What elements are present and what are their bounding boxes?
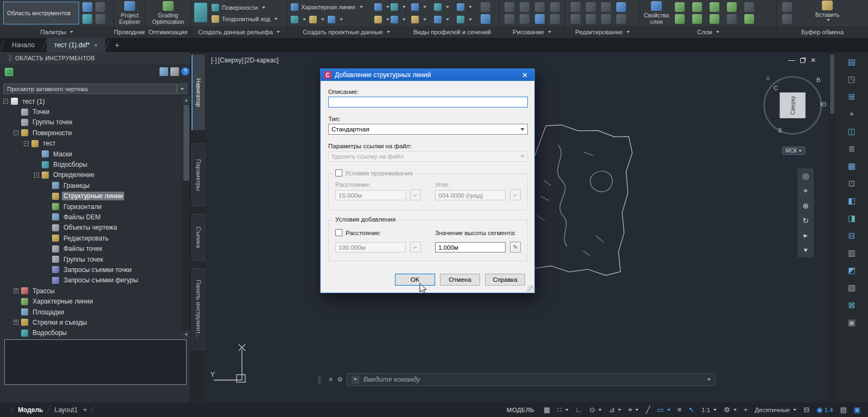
weeding-checkbox[interactable] xyxy=(335,169,342,176)
tree-item-edits[interactable]: Редактировать xyxy=(0,233,182,243)
hardware-accel-toggle[interactable]: ▤ xyxy=(840,406,846,414)
layer-match-icon[interactable] xyxy=(675,14,685,24)
graphics-performance[interactable]: ◉1.4 xyxy=(816,406,833,414)
close-icon[interactable]: ✕ xyxy=(810,56,816,64)
viewcube-home-icon[interactable]: ⌂ xyxy=(766,74,770,81)
tree-item-drawing-objects[interactable]: Объекты чертежа xyxy=(0,223,182,233)
paste-button[interactable]: Вставить xyxy=(808,1,846,21)
model-tab[interactable]: Модель xyxy=(18,406,43,414)
mass-haul-button[interactable] xyxy=(411,15,426,24)
tree-item-point-files[interactable]: Файлы точек xyxy=(0,243,182,254)
right-toolbar-icon-8[interactable]: ⊡ xyxy=(848,179,856,187)
showmotion-icon[interactable]: ▸ xyxy=(803,231,807,239)
panel-label-design-data[interactable]: Создать проектные данные xyxy=(288,26,405,38)
panel-label-draw[interactable]: Рисование xyxy=(499,26,565,38)
help-button[interactable]: Справка xyxy=(485,274,525,286)
intersection-dropdown[interactable] xyxy=(391,15,406,24)
scrollbar-thumb[interactable] xyxy=(183,105,189,181)
panel-label-palettes[interactable]: Палитры xyxy=(0,26,113,38)
expand-toggle-icon[interactable]: − xyxy=(34,173,39,178)
snap-toggle[interactable]: ∷ xyxy=(557,406,568,414)
right-toolbar-icon-3[interactable]: ⊞ xyxy=(848,92,856,100)
hatch-tool-icon[interactable] xyxy=(520,14,529,24)
polyline-tool-icon[interactable] xyxy=(520,2,529,12)
tab-survey[interactable]: Съемка xyxy=(192,214,205,261)
pan-icon[interactable]: ⌖ xyxy=(803,186,808,195)
dialog-title-bar[interactable]: C Добавление структурных линий ✕ xyxy=(321,69,534,81)
right-toolbar-icon-1[interactable]: ▤ xyxy=(848,58,856,66)
erase-tool-icon[interactable] xyxy=(616,14,626,24)
layer-isolate-icon[interactable] xyxy=(692,2,702,12)
toolspace-header[interactable]: ОБЛАСТЬ ИНСТРУМЕНТОВ xyxy=(0,52,190,64)
right-toolbar-icon-2[interactable]: ◳ xyxy=(848,75,856,83)
corridor-dropdown[interactable] xyxy=(328,15,343,24)
fillet-tool-icon[interactable] xyxy=(586,14,596,24)
transparency-toggle[interactable]: ≡ xyxy=(678,406,682,414)
right-toolbar-icon-4[interactable]: ⌖ xyxy=(850,110,854,118)
tree-item-figure-survey-queries[interactable]: Запросы съемки фигуры xyxy=(0,275,182,286)
assembly-dropdown[interactable] xyxy=(374,15,390,24)
panorama-palette-icon[interactable] xyxy=(95,2,105,12)
caret-icon[interactable] xyxy=(707,378,711,381)
line-tool-icon[interactable] xyxy=(505,2,514,12)
description-input[interactable] xyxy=(328,97,528,108)
tree-item-breaklines[interactable]: Структурные линии xyxy=(0,191,182,201)
expand-toggle-icon[interactable]: − xyxy=(24,141,29,146)
right-toolbar-icon-10[interactable]: ◨ xyxy=(848,214,856,222)
layer-prev-icon[interactable] xyxy=(692,14,702,24)
tree-item-point-groups-def[interactable]: Группы точек xyxy=(0,254,182,264)
annotation-scale-control[interactable]: 1:1 xyxy=(701,407,717,413)
circle-tool-icon[interactable] xyxy=(535,2,545,12)
zoom-icon[interactable]: ⊕ xyxy=(802,201,809,210)
tree-item-masks[interactable]: Маски xyxy=(0,149,182,159)
right-toolbar-icon-13[interactable]: ◩ xyxy=(848,266,856,274)
right-toolbar-icon-12[interactable]: ▥ xyxy=(848,249,856,257)
tree-item-point-groups[interactable]: Группы точек xyxy=(0,117,182,128)
right-toolbar-icon-9[interactable]: ◧ xyxy=(848,197,856,205)
distance-checkbox[interactable] xyxy=(335,229,342,236)
panel-label-layers[interactable]: Слои xyxy=(640,26,776,38)
orbit-icon[interactable]: ↻ xyxy=(802,216,809,225)
tree-item-alignments[interactable]: +Трассы xyxy=(0,286,182,296)
tree-item-surface-test[interactable]: −тест xyxy=(0,138,182,149)
feature-line-dropdown[interactable]: Характерная линия xyxy=(291,2,363,12)
workspace-switcher[interactable]: ⚙ xyxy=(724,406,737,414)
restore-icon[interactable] xyxy=(800,58,805,63)
command-customize-icon[interactable]: ⚙ xyxy=(337,376,343,383)
cut-clip-icon[interactable] xyxy=(782,14,792,24)
layer-properties-button[interactable]: Свойства слоя xyxy=(641,1,672,25)
view-tools-2-icon[interactable] xyxy=(481,14,490,24)
segment-height-input[interactable]: 1.000м xyxy=(435,242,506,252)
command-close-icon[interactable]: ✕ xyxy=(328,376,333,383)
layer-delete-icon[interactable] xyxy=(744,14,754,24)
layer-merge-icon[interactable] xyxy=(727,14,737,24)
scroll-up-icon[interactable]: ▲ xyxy=(182,96,190,104)
right-toolbar-icon-11[interactable]: ⊟ xyxy=(848,231,856,239)
copy-tool-icon[interactable] xyxy=(586,2,596,12)
otrack-toggle[interactable]: ⌖ xyxy=(628,406,639,414)
tree-item-intersections[interactable]: +Стрелки и съезды xyxy=(0,317,182,327)
right-toolbar-icon-5[interactable]: ◫ xyxy=(848,127,856,135)
toolspace-toggle-button[interactable]: Область инструментов xyxy=(3,2,79,24)
compass-south[interactable]: Ю xyxy=(820,101,826,108)
tree-item-point-survey-queries[interactable]: Запросы съемки точки xyxy=(0,264,182,275)
compass-east[interactable]: В xyxy=(816,77,820,83)
tree-scrollbar[interactable]: ▲ ▼ xyxy=(182,96,190,338)
annotation-visibility-toggle[interactable]: + xyxy=(744,406,748,414)
layer-freeze-icon[interactable] xyxy=(710,2,719,12)
steering-wheel-icon[interactable]: ◎ xyxy=(802,172,809,180)
tab-home[interactable]: Начало xyxy=(4,38,42,52)
view-tools-icon[interactable] xyxy=(481,2,490,12)
move-tool-icon[interactable] xyxy=(571,2,580,12)
copy-clip-icon[interactable] xyxy=(782,2,792,12)
type-combo[interactable]: Стандартная xyxy=(328,124,528,135)
segment-height-pick-button[interactable]: ✎ xyxy=(510,242,521,252)
clean-screen-toggle[interactable]: ▣ xyxy=(854,406,860,414)
tree-item-contours[interactable]: Горизонтали xyxy=(0,201,182,212)
layer-walk-icon[interactable] xyxy=(710,14,719,24)
spline-tool-icon[interactable] xyxy=(535,14,545,24)
isolate-objects-toggle[interactable]: ⊟ xyxy=(803,406,809,414)
profile-dropdown[interactable] xyxy=(309,15,324,24)
coordinate-system-button[interactable]: МСК xyxy=(782,147,805,155)
resize-grip[interactable] xyxy=(527,286,534,292)
